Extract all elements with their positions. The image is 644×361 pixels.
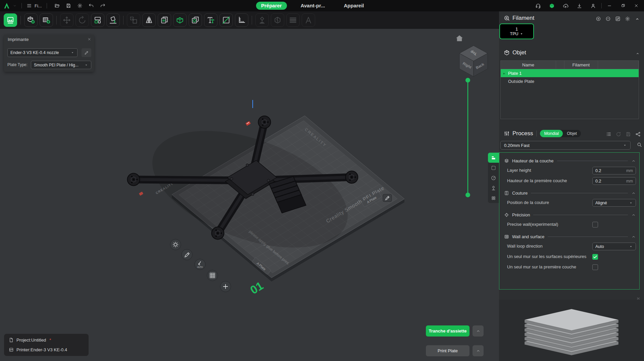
print-plate-button[interactable]: Print Plate bbox=[426, 345, 469, 356]
logo-menu-caret-icon[interactable] bbox=[13, 4, 17, 8]
layer-preview-button bbox=[286, 13, 300, 27]
app-logo-icon[interactable] bbox=[3, 2, 10, 9]
toolbar-divider bbox=[20, 16, 21, 24]
object-row-plate-1[interactable]: ▸Plate 1 bbox=[501, 69, 639, 77]
section-header-couture[interactable]: Couture bbox=[504, 189, 636, 198]
filament-slot-1[interactable]: 1 TPU bbox=[499, 23, 534, 39]
creality-box-button[interactable] bbox=[549, 3, 555, 9]
process-list-button[interactable] bbox=[606, 132, 611, 137]
setting-select[interactable]: Aligné bbox=[592, 199, 636, 207]
object-row-outside-plate[interactable]: ▸Outside Plate bbox=[501, 77, 639, 85]
section-divider bbox=[533, 215, 628, 215]
collapse-object-icon[interactable] bbox=[635, 51, 640, 56]
home-view-button[interactable] bbox=[455, 34, 464, 43]
process-title: Process bbox=[512, 130, 533, 137]
chevron-up-icon[interactable] bbox=[631, 213, 636, 217]
mirror-button[interactable] bbox=[142, 13, 156, 27]
edit-printer-button[interactable] bbox=[82, 48, 91, 57]
close-button[interactable] bbox=[634, 3, 639, 8]
edit-plate-name-button[interactable] bbox=[383, 194, 392, 202]
split-button[interactable] bbox=[173, 13, 187, 27]
setting-input[interactable]: 0.2mm bbox=[592, 167, 636, 174]
plate-pattern-button[interactable] bbox=[207, 270, 218, 281]
section-header-pr-cision[interactable]: Précision bbox=[504, 210, 636, 219]
setting-input[interactable]: 0.2mm bbox=[592, 177, 636, 185]
auto-orient-button[interactable] bbox=[106, 13, 120, 27]
add-text-button[interactable] bbox=[204, 13, 217, 27]
setting-select[interactable]: Auto bbox=[592, 243, 636, 250]
tab-préparer[interactable]: Préparer bbox=[256, 2, 287, 10]
seam-icon bbox=[504, 191, 509, 196]
undo-button[interactable] bbox=[89, 3, 94, 8]
navigation-cube[interactable]: Top Right Back bbox=[455, 43, 492, 80]
category-tab-speed[interactable] bbox=[488, 173, 499, 183]
plate-label-button[interactable] bbox=[182, 249, 192, 260]
setting-label: Un seul mur sur la première couche bbox=[507, 264, 592, 270]
filament-gear-button[interactable] bbox=[625, 16, 630, 21]
hamburger-menu-icon[interactable] bbox=[27, 3, 32, 8]
process-save-button bbox=[626, 132, 631, 137]
add-plate-button[interactable] bbox=[40, 13, 53, 27]
cloud-upload-button[interactable] bbox=[563, 3, 568, 9]
plate-type-select[interactable]: Smooth PEI Plate / Hig... bbox=[31, 61, 91, 69]
filament-plus-circle-button[interactable] bbox=[596, 16, 601, 21]
view-slider[interactable] bbox=[465, 78, 470, 197]
plate-settings-button[interactable] bbox=[4, 13, 17, 27]
category-tab-support[interactable] bbox=[488, 183, 499, 193]
auto-arrange-button[interactable] bbox=[91, 13, 104, 27]
cut-button[interactable] bbox=[219, 13, 233, 27]
plate-settings-button[interactable] bbox=[170, 239, 181, 250]
section-header-wall-and-surface[interactable]: Wall and surface bbox=[504, 232, 636, 241]
gear-button[interactable] bbox=[77, 3, 83, 8]
print-options-button[interactable] bbox=[473, 345, 484, 356]
filament-swap-button[interactable] bbox=[615, 16, 621, 21]
file-menu[interactable]: Fi... bbox=[35, 3, 42, 8]
headset-button[interactable] bbox=[535, 3, 541, 9]
save-button[interactable] bbox=[66, 3, 71, 8]
redo-button[interactable] bbox=[100, 3, 105, 8]
caret-down-icon bbox=[629, 201, 633, 205]
search-icon[interactable] bbox=[637, 142, 642, 147]
setting-checkbox[interactable] bbox=[592, 264, 598, 270]
caret-down-icon bbox=[70, 51, 75, 55]
download-button[interactable] bbox=[577, 3, 582, 9]
category-tab-quality[interactable] bbox=[488, 153, 499, 163]
slice-plate-button[interactable]: Tranche d'assiette bbox=[426, 325, 469, 337]
category-tab-others[interactable] bbox=[488, 193, 499, 203]
add-plate-floating-button[interactable] bbox=[220, 281, 231, 292]
setting-checkbox[interactable] bbox=[592, 222, 598, 227]
object-section-header: Objet bbox=[504, 49, 526, 56]
measure-button[interactable] bbox=[235, 13, 248, 27]
scene-canvas[interactable]: CREALITY CREALITY Creality Smooth PEI Pl… bbox=[0, 29, 499, 361]
user-button[interactable] bbox=[590, 3, 596, 9]
minimize-button[interactable] bbox=[607, 3, 612, 8]
category-tab-plate[interactable] bbox=[488, 163, 499, 173]
scope-mondial[interactable]: Mondial bbox=[540, 130, 563, 137]
section-header-hauteur-de-la-couche[interactable]: Hauteur de la couche bbox=[504, 156, 636, 165]
caret-down-icon[interactable] bbox=[519, 32, 524, 36]
close-icon[interactable] bbox=[87, 37, 91, 41]
viewport-3d[interactable]: CREALITY CREALITY Creality Smooth PEI Pl… bbox=[0, 29, 499, 361]
auto-arrange-plate-button[interactable]: AUTO bbox=[195, 259, 205, 270]
printer-select[interactable]: Ender-3 V3 KE-0.4 nozzle bbox=[7, 48, 78, 57]
clone-button[interactable] bbox=[158, 13, 171, 27]
filament-collapse-button[interactable] bbox=[635, 16, 640, 21]
boolean-button[interactable] bbox=[189, 13, 202, 27]
setting-checkbox[interactable] bbox=[592, 254, 598, 260]
filament-material: TPU bbox=[510, 32, 518, 36]
chevron-up-icon[interactable] bbox=[631, 191, 636, 196]
filament-slot-number: 1 bbox=[515, 27, 518, 32]
process-preset-select[interactable]: 0.20mm Fast bbox=[500, 141, 631, 150]
view-slider-bottom-handle[interactable] bbox=[465, 193, 470, 197]
chevron-up-icon[interactable] bbox=[631, 235, 636, 239]
tab-avant-pr-[interactable]: Avant-pr... bbox=[296, 2, 330, 10]
scope-objet[interactable]: Objet bbox=[563, 130, 581, 137]
process-flow-button[interactable] bbox=[635, 132, 641, 137]
slice-options-button[interactable] bbox=[473, 325, 484, 337]
filament-minus-circle-button[interactable] bbox=[605, 16, 611, 21]
add-model-button[interactable] bbox=[24, 13, 38, 27]
tab-appareil[interactable]: Appareil bbox=[339, 2, 369, 10]
folder-open-button[interactable] bbox=[54, 3, 60, 8]
chevron-up-icon[interactable] bbox=[631, 159, 636, 163]
maximize-button[interactable] bbox=[621, 3, 625, 8]
